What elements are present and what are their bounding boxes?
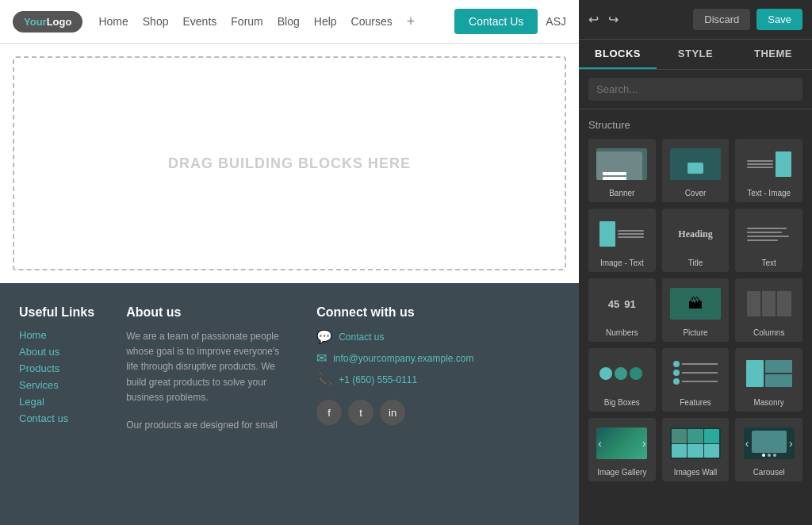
block-text-label: Text bbox=[761, 259, 776, 267]
block-banner-preview bbox=[593, 145, 650, 183]
block-big-boxes-preview bbox=[593, 354, 650, 393]
drop-zone-label: DRAG BUILDING BLOCKS HERE bbox=[168, 155, 411, 172]
nav-help[interactable]: Help bbox=[314, 15, 337, 28]
footer-email-link[interactable]: info@yourcompany.example.com bbox=[333, 353, 473, 364]
block-carousel-label: Carousel bbox=[753, 468, 785, 477]
nav-forum[interactable]: Forum bbox=[231, 15, 262, 28]
block-masonry-preview bbox=[741, 354, 798, 393]
block-images-wall[interactable]: Images Wall bbox=[662, 418, 730, 481]
block-text-image-label: Text - Image bbox=[747, 189, 791, 197]
block-masonry[interactable]: Masonry bbox=[735, 348, 802, 412]
user-initials: ASJ bbox=[546, 15, 566, 28]
website-preview: YourLogo Home Shop Events Forum Blog Hel… bbox=[0, 0, 579, 525]
main-content: DRAG BUILDING BLOCKS HERE Useful Links H… bbox=[0, 44, 579, 525]
undo-icon[interactable]: ↩ bbox=[588, 12, 599, 27]
nav-home[interactable]: Home bbox=[98, 15, 128, 28]
block-numbers-label: Numbers bbox=[606, 328, 638, 337]
block-features-label: Features bbox=[680, 398, 710, 407]
footer-link-services[interactable]: Services bbox=[19, 379, 94, 391]
footer-connect-email: ✉ info@yourcompany.example.com bbox=[316, 351, 473, 366]
logo-area: YourLogo bbox=[13, 11, 82, 33]
nav-shop[interactable]: Shop bbox=[143, 15, 169, 28]
block-numbers[interactable]: 45 91 Numbers bbox=[588, 278, 656, 342]
block-image-gallery-preview: ‹ › bbox=[593, 424, 650, 462]
block-text-image[interactable]: Text - Image bbox=[735, 139, 802, 202]
footer-links-title: Useful Links bbox=[19, 305, 94, 320]
drop-zone[interactable]: DRAG BUILDING BLOCKS HERE bbox=[13, 56, 566, 270]
panel-search bbox=[579, 70, 812, 109]
footer-col-about: About us We are a team of passionate peo… bbox=[126, 305, 285, 503]
logo: YourLogo bbox=[13, 11, 82, 33]
search-input[interactable] bbox=[588, 78, 802, 101]
footer-link-products[interactable]: Products bbox=[19, 362, 94, 374]
block-picture-label: Picture bbox=[683, 328, 707, 337]
email-icon: ✉ bbox=[316, 351, 327, 366]
tab-theme[interactable]: THEME bbox=[734, 40, 812, 69]
redo-icon[interactable]: ↪ bbox=[608, 12, 619, 27]
nav-blog[interactable]: Blog bbox=[278, 15, 300, 28]
block-images-wall-label: Images Wall bbox=[674, 468, 718, 477]
discard-button[interactable]: Discard bbox=[693, 9, 750, 30]
social-icons: f t in bbox=[316, 400, 473, 425]
save-button[interactable]: Save bbox=[756, 9, 802, 30]
tab-blocks[interactable]: BLOCKS bbox=[579, 40, 657, 69]
footer-col-connect: Connect with us 💬 Contact us ✉ info@your… bbox=[316, 305, 473, 503]
footer-link-home[interactable]: Home bbox=[19, 329, 94, 341]
phone-icon: 📞 bbox=[316, 372, 332, 387]
linkedin-icon[interactable]: in bbox=[380, 400, 405, 425]
blocks-panel: ↩ ↪ Discard Save BLOCKS STYLE THEME Stru… bbox=[579, 0, 812, 525]
footer-links-list: Home About us Products Services Legal Co… bbox=[19, 329, 94, 424]
block-big-boxes[interactable]: Big Boxes bbox=[588, 348, 656, 412]
facebook-icon[interactable]: f bbox=[316, 400, 342, 425]
footer: Useful Links Home About us Products Serv… bbox=[0, 283, 579, 525]
nav-courses[interactable]: Courses bbox=[351, 15, 393, 28]
block-text[interactable]: Text bbox=[735, 209, 802, 272]
footer-about-text: We are a team of passionate people whose… bbox=[126, 329, 285, 405]
footer-connect-contact: 💬 Contact us bbox=[316, 329, 473, 344]
block-cover-preview bbox=[667, 145, 724, 183]
block-columns[interactable]: Columns bbox=[735, 278, 802, 342]
block-image-gallery[interactable]: ‹ › Image Gallery bbox=[588, 418, 656, 481]
footer-col-links: Useful Links Home About us Products Serv… bbox=[19, 305, 94, 503]
footer-contact-link[interactable]: Contact us bbox=[339, 331, 384, 343]
footer-link-contact[interactable]: Contact us bbox=[19, 412, 94, 424]
block-picture-preview bbox=[667, 285, 724, 323]
panel-header-icons: ↩ ↪ bbox=[588, 12, 619, 27]
blocks-grid: Banner Cover bbox=[588, 139, 802, 481]
add-nav-item-icon[interactable]: + bbox=[407, 13, 416, 30]
block-cover[interactable]: Cover bbox=[662, 139, 730, 202]
block-features-preview bbox=[667, 354, 724, 393]
block-image-text-preview bbox=[593, 215, 650, 253]
tab-style[interactable]: STYLE bbox=[657, 40, 734, 69]
block-columns-preview bbox=[741, 285, 798, 323]
navbar: YourLogo Home Shop Events Forum Blog Hel… bbox=[0, 0, 579, 44]
block-features[interactable]: Features bbox=[662, 348, 730, 412]
block-title-label: Title bbox=[688, 259, 703, 267]
footer-link-about[interactable]: About us bbox=[19, 346, 94, 358]
block-big-boxes-label: Big Boxes bbox=[604, 398, 640, 407]
block-banner[interactable]: Banner bbox=[588, 139, 656, 202]
block-images-wall-preview bbox=[667, 424, 724, 462]
block-numbers-preview: 45 91 bbox=[593, 285, 650, 323]
block-carousel-preview: ‹ › bbox=[741, 424, 798, 462]
block-image-text[interactable]: Image - Text bbox=[588, 209, 656, 272]
block-carousel[interactable]: ‹ › Carousel bbox=[735, 418, 802, 481]
footer-connect-phone: 📞 +1 (650) 555-0111 bbox=[316, 372, 473, 387]
footer-phone: +1 (650) 555-0111 bbox=[339, 374, 417, 385]
block-banner-label: Banner bbox=[609, 189, 634, 197]
block-text-image-preview bbox=[741, 145, 798, 183]
block-picture[interactable]: Picture bbox=[662, 278, 730, 342]
block-image-text-label: Image - Text bbox=[600, 259, 644, 267]
chat-icon: 💬 bbox=[316, 329, 332, 344]
twitter-icon[interactable]: t bbox=[348, 400, 373, 425]
panel-header: ↩ ↪ Discard Save bbox=[579, 0, 812, 40]
block-cover-label: Cover bbox=[685, 189, 707, 197]
nav-events[interactable]: Events bbox=[182, 15, 216, 28]
contact-us-button[interactable]: Contact Us bbox=[454, 9, 538, 34]
section-structure-label: Structure bbox=[588, 119, 802, 131]
footer-link-legal[interactable]: Legal bbox=[19, 396, 94, 408]
block-title-preview: Heading bbox=[667, 215, 724, 253]
block-title[interactable]: Heading Title bbox=[662, 209, 730, 272]
footer-about-text2: Our products are designed for small bbox=[126, 418, 285, 433]
nav-links: Home Shop Events Forum Blog Help Courses… bbox=[98, 13, 445, 30]
